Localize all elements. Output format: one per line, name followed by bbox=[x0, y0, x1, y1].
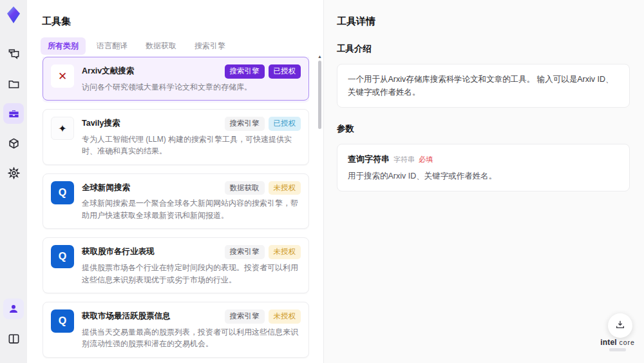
param-description: 用于搜索的Arxiv ID、关键字或作者姓名。 bbox=[348, 170, 619, 182]
intro-box: 一个用于从Arxiv存储库搜索科学论文和文章的工具。 输入可以是Arxiv ID… bbox=[337, 64, 630, 108]
gem-logo-icon bbox=[7, 6, 20, 23]
arxiv-icon: ✕ bbox=[51, 64, 74, 88]
category-badge: 搜索引擎 bbox=[225, 309, 265, 324]
tool-card[interactable]: ✦ Tavily搜索 搜索引擎 已授权 专为人工智能代理 (LLM) 构建的搜索… bbox=[43, 109, 309, 165]
category-badge: 搜索引擎 bbox=[225, 117, 265, 131]
tab-label: 数据获取 bbox=[146, 41, 176, 50]
download-button[interactable] bbox=[608, 313, 632, 338]
sidebar-item-toolbox[interactable] bbox=[3, 103, 24, 124]
download-icon bbox=[615, 319, 625, 332]
chat-icon bbox=[8, 48, 20, 61]
news-search-icon: Q bbox=[51, 245, 74, 268]
auth-status-badge: 未授权 bbox=[269, 309, 301, 324]
tool-card-title: 获取股市各行业表现 bbox=[82, 245, 155, 257]
tool-card-description: 提供当天交易量最高的股票列表，投资者可以利用这些信息来识别流动性强的股票和潜在的… bbox=[82, 326, 301, 350]
tool-card-description: 访问各个研究领域大量科学论文和文章的存储库。 bbox=[82, 81, 301, 93]
toolbox-icon bbox=[8, 108, 20, 120]
tool-list-panel: 工具集 所有类别语言翻译数据获取搜索引擎 ✕ Arxiv文献搜索 搜索引擎 已授… bbox=[27, 0, 324, 363]
param-name: 查询字符串 bbox=[348, 154, 390, 164]
sidebar-item-files[interactable] bbox=[3, 74, 24, 94]
scroll-up-arrow[interactable]: ▲ bbox=[317, 54, 322, 59]
gear-icon bbox=[8, 167, 20, 179]
sidebar-item-panel-toggle[interactable] bbox=[3, 328, 24, 349]
auth-status-badge: 已授权 bbox=[269, 64, 301, 79]
params-heading: 参数 bbox=[337, 123, 630, 135]
intel-sub-mark bbox=[609, 348, 626, 351]
detail-title: 工具详情 bbox=[337, 15, 630, 28]
tool-card[interactable]: Q 获取股市各行业表现 搜索引擎 未授权 提供股票市场各个行业在特定时间段内的表… bbox=[43, 237, 309, 293]
category-tab[interactable]: 搜索引擎 bbox=[187, 37, 232, 55]
folder-icon bbox=[8, 78, 20, 90]
core-brand-text: core bbox=[619, 338, 634, 346]
tool-card-title: 全球新闻搜索 bbox=[82, 181, 130, 193]
param-required-badge: 必填 bbox=[419, 155, 433, 163]
sidebar-item-models[interactable] bbox=[3, 133, 24, 153]
icon-rail bbox=[0, 0, 27, 363]
tool-detail-panel: 工具详情 工具介绍 一个用于从Arxiv存储库搜索科学论文和文章的工具。 输入可… bbox=[324, 0, 644, 363]
param-type: 字符串 bbox=[393, 155, 415, 163]
intro-heading: 工具介绍 bbox=[337, 43, 630, 55]
tool-card-title: Arxiv文献搜索 bbox=[82, 64, 134, 76]
list-scrollbar[interactable]: ▲ ▼ bbox=[318, 57, 322, 358]
tab-label: 所有类别 bbox=[48, 41, 79, 50]
user-icon bbox=[8, 303, 19, 315]
category-tab[interactable]: 数据获取 bbox=[138, 37, 184, 55]
page-title: 工具集 bbox=[42, 15, 71, 28]
news-search-icon: Q bbox=[51, 309, 74, 333]
auth-status-badge: 已授权 bbox=[269, 117, 301, 131]
news-search-icon: Q bbox=[51, 181, 74, 204]
tool-cards: ✕ Arxiv文献搜索 搜索引擎 已授权 访问各个研究领域大量科学论文和文章的存… bbox=[43, 57, 309, 363]
category-tab[interactable]: 所有类别 bbox=[41, 37, 86, 55]
tool-card[interactable]: ✕ Arxiv文献搜索 搜索引擎 已授权 访问各个研究领域大量科学论文和文章的存… bbox=[43, 57, 309, 101]
tavily-star-icon: ✦ bbox=[51, 117, 74, 140]
category-tabs: 所有类别语言翻译数据获取搜索引擎 bbox=[41, 37, 232, 55]
sidebar-item-settings[interactable] bbox=[3, 162, 24, 183]
tool-card[interactable]: Q 获取市场最活跃股票信息 搜索引擎 未授权 提供当天交易量最高的股票列表，投资… bbox=[43, 302, 309, 358]
cube-icon bbox=[8, 137, 20, 150]
tab-label: 语言翻译 bbox=[97, 41, 128, 50]
intro-text: 一个用于从Arxiv存储库搜索科学论文和文章的工具。 输入可以是Arxiv ID… bbox=[348, 73, 619, 99]
tool-card-title: Tavily搜索 bbox=[82, 117, 120, 128]
category-tab[interactable]: 语言翻译 bbox=[90, 37, 135, 55]
auth-status-badge: 未授权 bbox=[269, 245, 301, 259]
param-box: 查询字符串字符串必填 用于搜索的Arxiv ID、关键字或作者姓名。 bbox=[337, 144, 630, 191]
tab-label: 搜索引擎 bbox=[194, 41, 225, 50]
app-logo bbox=[4, 5, 23, 25]
intel-core-logo: intel core bbox=[598, 338, 638, 351]
app-window: 工具集 所有类别语言翻译数据获取搜索引擎 ✕ Arxiv文献搜索 搜索引擎 已授… bbox=[0, 0, 644, 363]
intel-brand-text: intel bbox=[600, 338, 617, 347]
panel-toggle-icon bbox=[8, 333, 20, 345]
category-badge: 搜索引擎 bbox=[225, 245, 265, 259]
sidebar-item-profile[interactable] bbox=[3, 299, 24, 319]
tool-card-description: 全球新闻搜索是一个聚合全球各大新闻网站内容的搜索引擎，帮助用户快速获取全球最新资… bbox=[82, 197, 301, 221]
param-header: 查询字符串字符串必填 bbox=[348, 153, 619, 165]
category-badge: 搜索引擎 bbox=[225, 64, 265, 79]
auth-status-badge: 未授权 bbox=[269, 181, 301, 195]
tool-card-description: 提供股票市场各个行业在特定时间段内的表现。投资者可以利用这些信息来识别表现优于或… bbox=[82, 262, 301, 286]
tool-card-description: 专为人工智能代理 (LLM) 构建的搜索引擎工具，可快速提供实时、准确和真实的结… bbox=[82, 133, 301, 157]
tool-card-title: 获取市场最活跃股票信息 bbox=[82, 309, 171, 321]
sidebar-item-chat[interactable] bbox=[3, 44, 24, 64]
tool-card[interactable]: Q 全球新闻搜索 数据获取 未授权 全球新闻搜索是一个聚合全球各大新闻网站内容的… bbox=[43, 173, 309, 230]
scrollbar-thumb[interactable] bbox=[318, 61, 321, 129]
category-badge: 数据获取 bbox=[225, 181, 265, 195]
